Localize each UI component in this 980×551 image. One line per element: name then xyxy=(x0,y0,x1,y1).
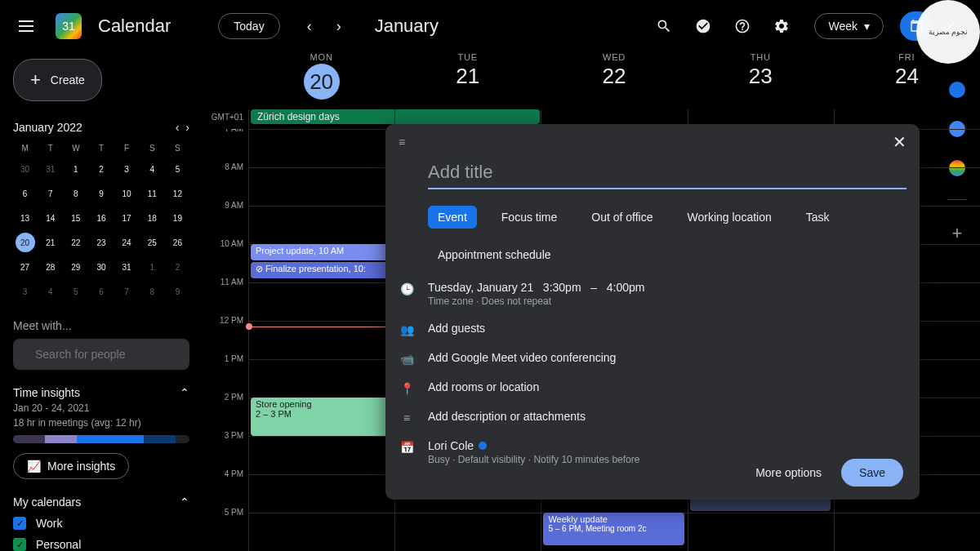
mini-day[interactable]: 18 xyxy=(142,208,162,228)
mini-day[interactable]: 2 xyxy=(167,257,187,277)
hour-label: 4 PM xyxy=(203,469,248,508)
event-end[interactable]: 4:00pm xyxy=(607,281,645,294)
hour-label: 11 AM xyxy=(203,278,248,316)
mini-day[interactable]: 22 xyxy=(66,233,86,252)
create-button[interactable]: + Create xyxy=(13,59,102,101)
mini-day[interactable]: 3 xyxy=(16,282,35,301)
day-header-cell[interactable]: TUE21 xyxy=(394,52,541,109)
prev-button[interactable]: ‹ xyxy=(296,13,323,39)
event-project[interactable]: Project update, 10 AM xyxy=(251,244,391,260)
help-icon[interactable] xyxy=(726,10,759,42)
event-store[interactable]: Store opening2 – 3 PM xyxy=(251,398,391,436)
mini-day[interactable]: 25 xyxy=(142,233,162,252)
mini-day[interactable]: 30 xyxy=(16,159,35,179)
mini-day[interactable]: 10 xyxy=(117,184,136,203)
event-type-tab[interactable]: Out of office xyxy=(581,206,662,229)
app-logo: 31 xyxy=(52,10,85,42)
mini-day[interactable]: 14 xyxy=(41,208,60,228)
calendar-item[interactable]: ✓Personal xyxy=(13,538,189,551)
mini-day[interactable]: 26 xyxy=(167,233,187,252)
mini-day[interactable]: 28 xyxy=(41,257,60,277)
event-date[interactable]: Tuesday, January 21 xyxy=(428,281,533,294)
event-weekly[interactable]: Weekly update5 – 6 PM, Meeting room 2c xyxy=(543,513,684,545)
event-finalize[interactable]: ⊘ Finalize presentation, 10: xyxy=(251,262,391,278)
next-button[interactable]: › xyxy=(326,13,352,39)
mini-day[interactable]: 8 xyxy=(142,282,162,301)
mini-day[interactable]: 29 xyxy=(66,257,86,277)
people-icon: 👥 xyxy=(399,322,415,336)
event-type-tab[interactable]: Event xyxy=(428,206,477,229)
day-header-cell[interactable]: WED22 xyxy=(541,52,687,109)
mini-day[interactable]: 12 xyxy=(167,184,187,203)
mini-day[interactable]: 17 xyxy=(117,208,136,228)
event-type-tab[interactable]: Task xyxy=(796,206,840,229)
hour-label: 3 PM xyxy=(203,431,248,469)
event-type-tab[interactable]: Working location xyxy=(678,206,782,229)
mini-day[interactable]: 27 xyxy=(16,257,35,277)
mini-prev-icon[interactable]: ‹ xyxy=(176,121,180,134)
more-options-button[interactable]: More options xyxy=(755,466,822,479)
mini-day[interactable]: 3 xyxy=(117,159,136,179)
my-calendars-header[interactable]: My calendars⌃ xyxy=(13,495,189,509)
event-type-tab[interactable]: Appointment schedule xyxy=(428,243,561,266)
event-repeat[interactable]: Time zone · Does not repeat xyxy=(428,295,644,307)
mini-day[interactable]: 9 xyxy=(167,282,187,301)
checkbox-icon[interactable]: ✓ xyxy=(13,517,26,530)
mini-day[interactable]: 31 xyxy=(117,257,136,277)
mini-day[interactable]: 13 xyxy=(16,208,35,228)
mini-day[interactable]: 31 xyxy=(41,159,60,179)
mini-day[interactable]: 7 xyxy=(117,282,136,301)
mini-day[interactable]: 1 xyxy=(66,159,86,179)
mini-day[interactable]: 8 xyxy=(66,184,86,203)
mini-day[interactable]: 6 xyxy=(16,184,35,203)
event-start[interactable]: 3:30pm xyxy=(543,281,581,294)
mini-day[interactable]: 7 xyxy=(41,184,60,203)
mini-day[interactable]: 21 xyxy=(41,233,60,252)
hour-label: 8 AM xyxy=(203,162,248,201)
checkbox-icon[interactable]: ✓ xyxy=(13,538,26,551)
day-header-cell[interactable]: MON20 xyxy=(248,52,394,109)
people-search-input[interactable] xyxy=(35,348,178,361)
more-insights-button[interactable]: 📈 More insights xyxy=(13,453,129,479)
add-meet[interactable]: Add Google Meet video conferencing xyxy=(428,351,616,364)
mini-day[interactable]: 24 xyxy=(117,233,136,252)
mini-day[interactable]: 19 xyxy=(167,208,187,228)
mini-day[interactable]: 23 xyxy=(91,233,111,252)
today-button[interactable]: Today xyxy=(218,13,279,39)
add-description[interactable]: Add description or attachments xyxy=(428,410,586,423)
search-icon xyxy=(24,347,25,362)
mini-day[interactable]: 4 xyxy=(142,159,162,179)
event-type-tab[interactable]: Focus time xyxy=(492,206,567,229)
search-icon[interactable] xyxy=(648,10,680,42)
close-icon[interactable]: ✕ xyxy=(893,132,906,152)
event-title-input[interactable]: Add title xyxy=(428,162,906,189)
drag-handle-icon[interactable]: ≡ xyxy=(399,136,407,149)
mini-day[interactable]: 15 xyxy=(66,208,86,228)
mini-day[interactable]: 5 xyxy=(167,159,187,179)
calendar-item[interactable]: ✓Work xyxy=(13,517,189,530)
main-menu-button[interactable] xyxy=(7,7,46,46)
mini-day[interactable]: 2 xyxy=(91,159,111,179)
time-insights-header[interactable]: Time insights⌃ xyxy=(13,386,189,399)
mini-day[interactable]: 20 xyxy=(16,233,35,252)
add-location[interactable]: Add rooms or location xyxy=(428,380,539,393)
clock-icon: 🕒 xyxy=(399,281,415,295)
mini-day[interactable]: 9 xyxy=(91,184,111,203)
tasks-icon[interactable] xyxy=(687,10,719,42)
add-guests[interactable]: Add guests xyxy=(428,322,485,335)
mini-day[interactable]: 1 xyxy=(142,257,162,277)
view-selector[interactable]: Week▾ xyxy=(814,13,884,39)
day-header-cell[interactable]: THU23 xyxy=(688,52,834,109)
mini-day[interactable]: 5 xyxy=(66,282,86,301)
mini-day[interactable]: 11 xyxy=(142,184,162,203)
settings-icon[interactable] xyxy=(765,10,798,42)
mini-day[interactable]: 6 xyxy=(91,282,111,301)
mini-day[interactable]: 30 xyxy=(91,257,111,277)
day-header-cell[interactable]: FRI24 xyxy=(834,52,980,109)
people-search[interactable] xyxy=(13,339,189,370)
mini-next-icon[interactable]: › xyxy=(185,121,189,134)
save-button[interactable]: Save xyxy=(841,459,903,487)
mini-day[interactable]: 4 xyxy=(41,282,60,301)
mini-day[interactable]: 16 xyxy=(91,208,111,228)
organizer-name[interactable]: Lori Cole xyxy=(428,439,474,452)
